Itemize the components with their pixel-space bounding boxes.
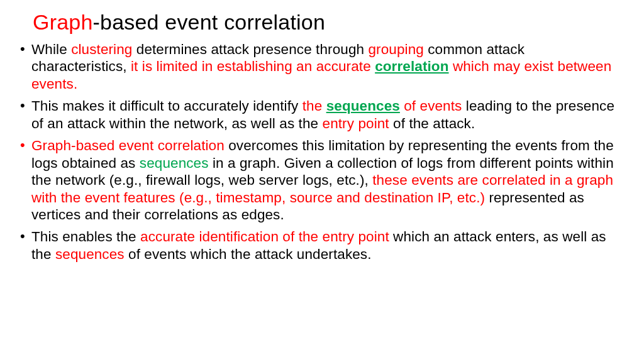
text-red: the xyxy=(303,98,326,114)
bullet-1: While clustering determines attack prese… xyxy=(18,41,621,92)
text-green-underline: sequences xyxy=(326,98,400,114)
text: determines attack presence through xyxy=(132,41,368,57)
text: of events which the attack undertakes. xyxy=(125,246,372,262)
title-rest: -based event correlation xyxy=(93,10,326,34)
text-red: accurate identification of the entry poi… xyxy=(140,229,389,244)
text: This makes it difficult to accurately id… xyxy=(31,98,303,114)
bullet-3: Graph-based event correlation overcomes … xyxy=(18,137,621,223)
text-red: grouping xyxy=(368,41,423,57)
text-red: it is limited in establishing an accurat… xyxy=(131,58,375,74)
bullet-list: While clustering determines attack prese… xyxy=(18,41,621,263)
bullet-2: This makes it difficult to accurately id… xyxy=(18,97,621,132)
title-highlight: Graph xyxy=(33,10,93,34)
text-red: Graph-based event correlation xyxy=(31,138,225,153)
slide-title: Graph-based event correlation xyxy=(18,10,621,35)
bullet-4: This enables the accurate identification… xyxy=(18,228,621,263)
text-red: entry point xyxy=(323,116,389,131)
text-red: clustering xyxy=(71,41,132,57)
text-green-underline: correlation xyxy=(375,58,448,74)
text-red: of events xyxy=(400,98,462,114)
text: While xyxy=(31,41,71,57)
text: This enables the xyxy=(31,229,140,244)
text-red: sequences xyxy=(55,246,125,262)
text-green: sequences xyxy=(140,155,209,171)
text: of the attack. xyxy=(389,116,475,131)
